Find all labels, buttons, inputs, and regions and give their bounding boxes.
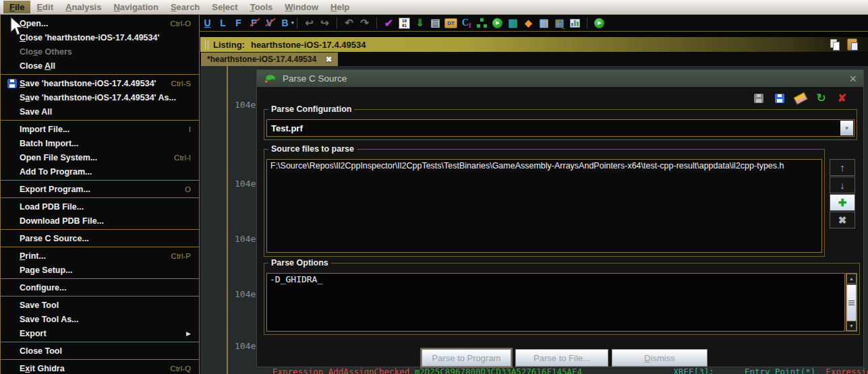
- move-up-button[interactable]: ↑: [830, 159, 855, 176]
- shortcut-label: I: [189, 125, 191, 133]
- dialog-close-icon[interactable]: ×: [849, 73, 857, 85]
- menubar-item-select[interactable]: Select: [206, 1, 243, 13]
- symbol-table-icon[interactable]: ▦: [538, 17, 550, 30]
- source-file-item[interactable]: F:\Source\Repos\Il2CppInspector\Il2CppTe…: [267, 160, 821, 173]
- redo-icon[interactable]: ↷: [358, 17, 371, 30]
- shortcut-label: Ctrl-Q: [170, 365, 191, 373]
- data-type-manager-icon[interactable]: DT: [444, 17, 457, 30]
- clear-variable-format-icon[interactable]: V: [263, 17, 276, 30]
- clear-function-format-icon[interactable]: F: [248, 17, 260, 30]
- code-token: XREF[3]:: [582, 367, 745, 374]
- menu-separator: [1, 296, 199, 297]
- parse-configuration-combobox[interactable]: Test.prf ▼: [266, 119, 855, 137]
- menu-item-save-hearthstone-ios-17-4-49534-as[interactable]: Save 'hearthstone-iOS-17.4.49534' As...: [1, 90, 199, 104]
- menubar-item-analysis[interactable]: Analysis: [59, 1, 107, 13]
- nav-previous-icon[interactable]: ↩: [303, 17, 316, 30]
- menubar-item-navigation[interactable]: Navigation: [107, 1, 164, 13]
- scrollbar-thumb[interactable]: [846, 284, 857, 322]
- menubar-item-help[interactable]: Help: [324, 1, 355, 13]
- move-down-button[interactable]: ↓: [830, 177, 855, 193]
- scroll-up-icon[interactable]: ▲: [846, 274, 857, 284]
- label-format-icon[interactable]: L: [216, 17, 229, 30]
- dismiss-button[interactable]: Dismiss: [612, 349, 707, 367]
- options-scrollbar[interactable]: ▲ ▼: [846, 273, 857, 332]
- menu-item-save-tool-as[interactable]: Save Tool As...: [1, 312, 199, 326]
- menubar-item-file[interactable]: File: [3, 1, 30, 13]
- dialog-toolbar: ↻✘: [752, 92, 848, 104]
- menu-item-import-file[interactable]: Import File...I: [1, 122, 199, 136]
- menu-item-parse-c-source[interactable]: Parse C Source...: [1, 231, 199, 245]
- menu-item-batch-import[interactable]: Batch Import...: [1, 136, 199, 150]
- listing-code-line: Expression_AddAssignChecked_m2D25C896780…: [272, 367, 868, 374]
- source-files-list[interactable]: F:\Source\Repos\Il2CppInspector\Il2CppTe…: [266, 159, 822, 253]
- ghidra-window: FileEditAnalysisNavigationSearchSelectTo…: [0, 0, 868, 374]
- menu-item-print[interactable]: Print...Ctrl-P: [1, 249, 199, 263]
- menubar-item-window[interactable]: Window: [279, 1, 324, 13]
- listing-panel-header[interactable]: Listing: hearthstone-iOS-17.4.49534: [200, 37, 868, 52]
- add-file-button[interactable]: ✚: [830, 194, 855, 211]
- decompiler-icon[interactable]: Cf: [460, 17, 473, 30]
- dialog-titlebar[interactable]: Parse C Source ×: [257, 70, 863, 87]
- listing-view-icon[interactable]: ▤: [429, 17, 442, 30]
- call-tree-icon[interactable]: [569, 17, 581, 30]
- validate-icon[interactable]: ✔: [382, 17, 395, 30]
- menu-item-configure[interactable]: Configure...: [1, 280, 199, 294]
- parse-options-textarea[interactable]: -D_GHIDRA_: [266, 273, 845, 332]
- menu-item-load-pdb-file[interactable]: Load PDB File...: [1, 199, 199, 214]
- dialog-body: ↻✘ Parse Configuration Test.prf ▼ Source…: [257, 87, 863, 367]
- menu-item-close-all[interactable]: Close All: [1, 59, 199, 73]
- function-graph-icon[interactable]: [475, 17, 488, 30]
- menubar-item-edit[interactable]: Edit: [30, 1, 59, 13]
- menu-separator: [1, 229, 199, 230]
- refresh-icon[interactable]: ↻: [815, 92, 828, 104]
- symbol-references-icon[interactable]: ▦→: [553, 17, 566, 30]
- menu-item-save-all[interactable]: Save All: [1, 104, 199, 119]
- script-manager-icon[interactable]: ▶: [593, 17, 606, 30]
- combo-dropdown-button[interactable]: ▼: [840, 121, 853, 135]
- clear-profile-icon[interactable]: [794, 92, 807, 104]
- nav-next-icon[interactable]: ↪: [318, 17, 331, 30]
- menu-separator: [1, 74, 199, 75]
- tab-close-icon[interactable]: ✖: [326, 55, 332, 64]
- delete-profile-icon[interactable]: ✘: [836, 92, 848, 104]
- function-format-icon[interactable]: F: [232, 17, 245, 30]
- menu-item-close-tool[interactable]: Close Tool: [1, 344, 199, 358]
- menu-item-exit-ghidra[interactable]: Exit GhidraCtrl-Q: [1, 361, 199, 374]
- parse-to-program-button[interactable]: Parse to Program: [422, 349, 511, 367]
- menu-item-save-tool[interactable]: Save Tool: [1, 298, 199, 312]
- tab-bar: *hearthstone-iOS-17.4.49534 ✖: [200, 53, 868, 66]
- menu-item-open-file-system[interactable]: Open File System...Ctrl-I: [1, 150, 199, 164]
- menubar-item-tools[interactable]: Tools: [244, 1, 279, 13]
- tab-label: *hearthstone-iOS-17.4.49534: [207, 55, 316, 64]
- menu-item-open[interactable]: Open...Ctrl-O: [1, 16, 199, 30]
- chevron-down-icon: ▼: [844, 125, 850, 131]
- parse-to-file-button[interactable]: Parse to File...: [515, 349, 608, 367]
- file-list-buttons: ↑↓✚✖: [830, 159, 855, 228]
- memory-map-icon[interactable]: ▦: [507, 17, 519, 30]
- menu-item-export-program[interactable]: Export Program...O: [1, 182, 199, 196]
- menu-item-save-hearthstone-ios-17-4-49534[interactable]: Save 'hearthstone-iOS-17.4.49534'Ctrl-S: [1, 76, 199, 90]
- menu-item-add-to-program[interactable]: Add To Program...: [1, 164, 199, 179]
- undo-icon[interactable]: ↶: [343, 17, 355, 30]
- save-profile-icon: [752, 92, 765, 104]
- byte-viewer-icon[interactable]: 1001: [398, 17, 411, 30]
- copy-icon[interactable]: [830, 39, 840, 50]
- toolbar-separator: [587, 18, 587, 29]
- scroll-down-icon[interactable]: ▼: [846, 321, 857, 331]
- menubar-item-search[interactable]: Search: [165, 1, 206, 13]
- save-profile-as-icon[interactable]: [773, 92, 786, 104]
- paste-icon[interactable]: [847, 38, 857, 51]
- listing-title: Listing:: [213, 40, 245, 50]
- remove-file-button[interactable]: ✖: [830, 212, 855, 228]
- menu-item-export[interactable]: Export▶: [1, 326, 199, 340]
- menu-item-close-hearthstone-ios-17-4-49534[interactable]: Close 'hearthstone-iOS-17.4.49534': [1, 30, 199, 44]
- import-icon[interactable]: ⇓: [413, 17, 426, 30]
- run-icon[interactable]: ▶: [491, 17, 504, 30]
- tab-hearthstone-program[interactable]: *hearthstone-iOS-17.4.49534 ✖: [201, 53, 338, 66]
- menu-item-download-pdb-file[interactable]: Download PDB File...: [1, 214, 199, 228]
- underline-format-icon[interactable]: U: [201, 17, 214, 30]
- symbol-tree-icon[interactable]: ◆: [522, 17, 535, 30]
- menu-item-page-setup[interactable]: Page Setup...: [1, 263, 199, 277]
- bookmark-format-icon[interactable]: B▾: [279, 17, 291, 30]
- drag-handle-icon[interactable]: [205, 40, 208, 49]
